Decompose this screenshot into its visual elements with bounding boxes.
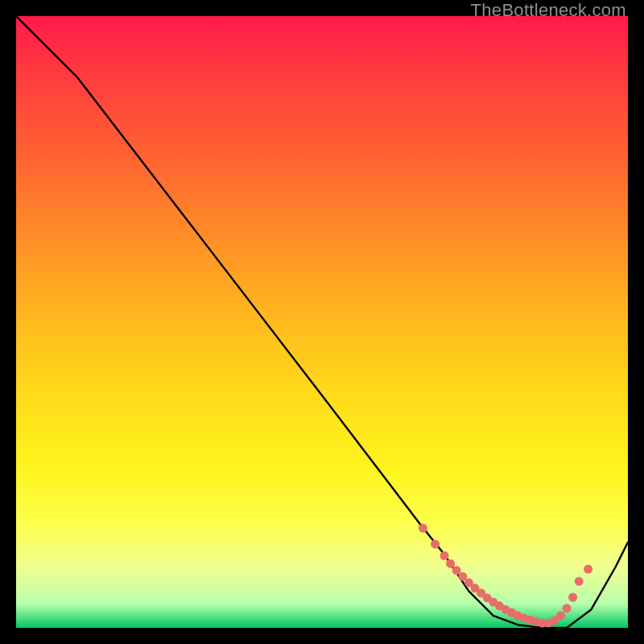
highlight-dot xyxy=(556,611,565,620)
chart-svg xyxy=(16,16,628,628)
highlight-dot xyxy=(431,539,440,548)
watermark-text: TheBottleneck.com xyxy=(471,0,626,21)
highlight-dots-layer xyxy=(419,524,592,628)
highlight-dot xyxy=(440,551,449,560)
curve-layer xyxy=(16,16,628,628)
highlight-dot xyxy=(584,565,592,574)
bottleneck-curve xyxy=(16,16,628,628)
highlight-dot xyxy=(575,577,584,586)
highlight-dot xyxy=(446,559,455,568)
highlight-dot xyxy=(563,604,572,613)
outer-frame: TheBottleneck.com xyxy=(0,0,644,644)
highlight-dot xyxy=(568,593,577,602)
highlight-dot xyxy=(419,524,427,533)
gradient-plot-area xyxy=(16,16,628,628)
